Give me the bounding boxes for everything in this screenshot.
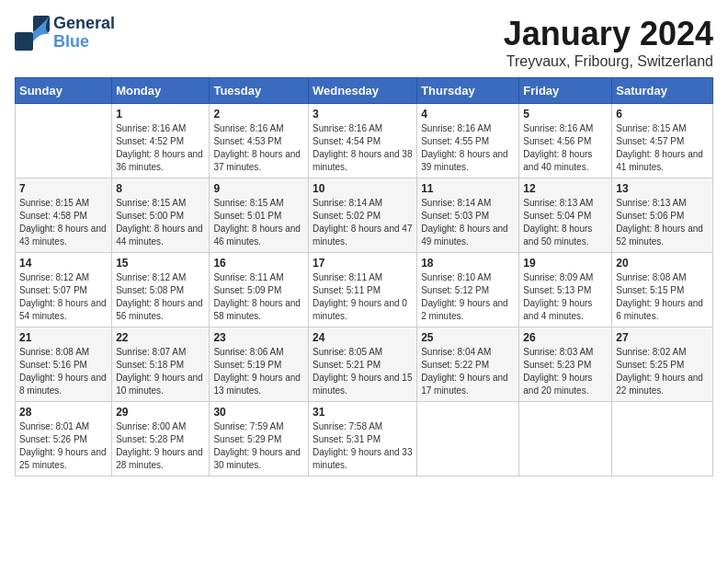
logo-blue: Blue [53, 33, 115, 52]
day-number: 25 [421, 331, 515, 344]
day-info: Sunrise: 8:08 AMSunset: 5:16 PMDaylight:… [19, 346, 108, 397]
weekday-header-thursday: Thursday [417, 78, 519, 104]
day-info: Sunrise: 8:11 AMSunset: 5:11 PMDaylight:… [313, 271, 413, 323]
day-number: 6 [616, 108, 709, 121]
calendar-cell: 29Sunrise: 8:00 AMSunset: 5:28 PMDayligh… [112, 402, 210, 477]
weekday-header-wednesday: Wednesday [309, 78, 417, 104]
calendar-table: SundayMondayTuesdayWednesdayThursdayFrid… [15, 77, 713, 477]
day-number: 2 [213, 108, 304, 121]
day-number: 22 [116, 331, 205, 344]
day-number: 29 [116, 406, 205, 419]
calendar-cell: 11Sunrise: 8:14 AMSunset: 5:03 PMDayligh… [417, 178, 519, 253]
day-number: 24 [313, 331, 413, 344]
calendar-cell: 2Sunrise: 8:16 AMSunset: 4:53 PMDaylight… [210, 104, 309, 178]
day-number: 13 [616, 182, 709, 195]
day-info: Sunrise: 8:11 AMSunset: 5:09 PMDaylight:… [213, 271, 304, 323]
day-number: 3 [313, 108, 413, 121]
day-info: Sunrise: 8:16 AMSunset: 4:53 PMDaylight:… [213, 122, 304, 174]
calendar-cell: 23Sunrise: 8:06 AMSunset: 5:19 PMDayligh… [210, 327, 309, 402]
day-info: Sunrise: 8:16 AMSunset: 4:54 PMDaylight:… [313, 122, 413, 174]
calendar-cell: 17Sunrise: 8:11 AMSunset: 5:11 PMDayligh… [309, 253, 417, 327]
day-number: 19 [523, 257, 608, 270]
day-number: 17 [313, 257, 413, 270]
calendar-cell: 8Sunrise: 8:15 AMSunset: 5:00 PMDaylight… [112, 178, 210, 253]
day-number: 11 [421, 182, 515, 195]
day-number: 18 [421, 257, 515, 270]
day-number: 28 [19, 406, 108, 419]
day-info: Sunrise: 8:15 AMSunset: 4:57 PMDaylight:… [616, 122, 709, 174]
day-info: Sunrise: 8:00 AMSunset: 5:28 PMDaylight:… [116, 420, 205, 472]
calendar-cell: 21Sunrise: 8:08 AMSunset: 5:16 PMDayligh… [16, 327, 112, 402]
calendar-cell: 30Sunrise: 7:59 AMSunset: 5:29 PMDayligh… [210, 402, 309, 477]
week-row-1: 1Sunrise: 8:16 AMSunset: 4:52 PMDaylight… [16, 104, 713, 178]
day-info: Sunrise: 8:16 AMSunset: 4:56 PMDaylight:… [523, 122, 608, 174]
day-info: Sunrise: 8:15 AMSunset: 5:00 PMDaylight:… [116, 197, 205, 248]
day-info: Sunrise: 8:02 AMSunset: 5:25 PMDaylight:… [616, 346, 709, 397]
calendar-cell: 6Sunrise: 8:15 AMSunset: 4:57 PMDaylight… [612, 104, 713, 178]
day-number: 12 [523, 182, 608, 195]
day-info: Sunrise: 8:16 AMSunset: 4:55 PMDaylight:… [421, 122, 515, 174]
day-info: Sunrise: 8:05 AMSunset: 5:21 PMDaylight:… [313, 346, 413, 397]
day-info: Sunrise: 8:01 AMSunset: 5:26 PMDaylight:… [19, 420, 108, 472]
calendar-cell: 19Sunrise: 8:09 AMSunset: 5:13 PMDayligh… [519, 253, 612, 327]
day-number: 26 [523, 331, 608, 344]
day-number: 9 [213, 182, 304, 195]
day-number: 23 [213, 331, 304, 344]
day-info: Sunrise: 8:14 AMSunset: 5:02 PMDaylight:… [313, 197, 413, 248]
calendar-cell: 13Sunrise: 8:13 AMSunset: 5:06 PMDayligh… [612, 178, 713, 253]
calendar-cell: 14Sunrise: 8:12 AMSunset: 5:07 PMDayligh… [16, 253, 112, 327]
weekday-header-row: SundayMondayTuesdayWednesdayThursdayFrid… [16, 78, 713, 104]
day-info: Sunrise: 8:15 AMSunset: 4:58 PMDaylight:… [19, 197, 108, 248]
day-info: Sunrise: 8:12 AMSunset: 5:08 PMDaylight:… [116, 271, 205, 323]
day-number: 27 [616, 331, 709, 344]
calendar-cell: 3Sunrise: 8:16 AMSunset: 4:54 PMDaylight… [309, 104, 417, 178]
day-info: Sunrise: 8:13 AMSunset: 5:06 PMDaylight:… [616, 197, 709, 248]
day-number: 20 [616, 257, 709, 270]
calendar-cell: 22Sunrise: 8:07 AMSunset: 5:18 PMDayligh… [112, 327, 210, 402]
day-number: 15 [116, 257, 205, 270]
day-info: Sunrise: 8:12 AMSunset: 5:07 PMDaylight:… [19, 271, 108, 323]
calendar-cell: 27Sunrise: 8:02 AMSunset: 5:25 PMDayligh… [612, 327, 713, 402]
day-number: 21 [19, 331, 108, 344]
day-info: Sunrise: 8:13 AMSunset: 5:04 PMDaylight:… [523, 197, 608, 248]
calendar-cell: 5Sunrise: 8:16 AMSunset: 4:56 PMDaylight… [519, 104, 612, 178]
day-info: Sunrise: 8:04 AMSunset: 5:22 PMDaylight:… [421, 346, 515, 397]
day-number: 4 [421, 108, 515, 121]
calendar-cell: 1Sunrise: 8:16 AMSunset: 4:52 PMDaylight… [112, 104, 210, 178]
calendar-cell [16, 104, 112, 178]
week-row-3: 14Sunrise: 8:12 AMSunset: 5:07 PMDayligh… [16, 253, 713, 327]
weekday-header-tuesday: Tuesday [210, 78, 309, 104]
weekday-header-friday: Friday [519, 78, 612, 104]
calendar-cell: 18Sunrise: 8:10 AMSunset: 5:12 PMDayligh… [417, 253, 519, 327]
weekday-header-saturday: Saturday [612, 78, 713, 104]
header-area: General Blue January 2024 Treyvaux, Frib… [15, 15, 713, 70]
day-number: 30 [213, 406, 304, 419]
calendar-cell: 26Sunrise: 8:03 AMSunset: 5:23 PMDayligh… [519, 327, 612, 402]
location: Treyvaux, Fribourg, Switzerland [504, 53, 713, 70]
day-info: Sunrise: 8:16 AMSunset: 4:52 PMDaylight:… [116, 122, 205, 174]
day-info: Sunrise: 8:07 AMSunset: 5:18 PMDaylight:… [116, 346, 205, 397]
svg-rect-0 [15, 32, 33, 51]
month-title: January 2024 [504, 15, 713, 53]
calendar-cell: 4Sunrise: 8:16 AMSunset: 4:55 PMDaylight… [417, 104, 519, 178]
week-row-4: 21Sunrise: 8:08 AMSunset: 5:16 PMDayligh… [16, 327, 713, 402]
calendar-cell [417, 402, 519, 477]
calendar-cell [519, 402, 612, 477]
day-number: 14 [19, 257, 108, 270]
day-info: Sunrise: 8:03 AMSunset: 5:23 PMDaylight:… [523, 346, 608, 397]
day-info: Sunrise: 7:58 AMSunset: 5:31 PMDaylight:… [313, 420, 413, 472]
weekday-header-sunday: Sunday [16, 78, 112, 104]
day-number: 5 [523, 108, 608, 121]
calendar-cell: 7Sunrise: 8:15 AMSunset: 4:58 PMDaylight… [16, 178, 112, 253]
day-info: Sunrise: 8:10 AMSunset: 5:12 PMDaylight:… [421, 271, 515, 323]
day-number: 31 [313, 406, 413, 419]
calendar-cell: 15Sunrise: 8:12 AMSunset: 5:08 PMDayligh… [112, 253, 210, 327]
calendar-cell: 16Sunrise: 8:11 AMSunset: 5:09 PMDayligh… [210, 253, 309, 327]
day-number: 8 [116, 182, 205, 195]
day-number: 1 [116, 108, 205, 121]
day-number: 10 [313, 182, 413, 195]
title-area: January 2024 Treyvaux, Fribourg, Switzer… [504, 15, 713, 70]
calendar-cell: 25Sunrise: 8:04 AMSunset: 5:22 PMDayligh… [417, 327, 519, 402]
weekday-header-monday: Monday [112, 78, 210, 104]
day-info: Sunrise: 8:15 AMSunset: 5:01 PMDaylight:… [213, 197, 304, 248]
